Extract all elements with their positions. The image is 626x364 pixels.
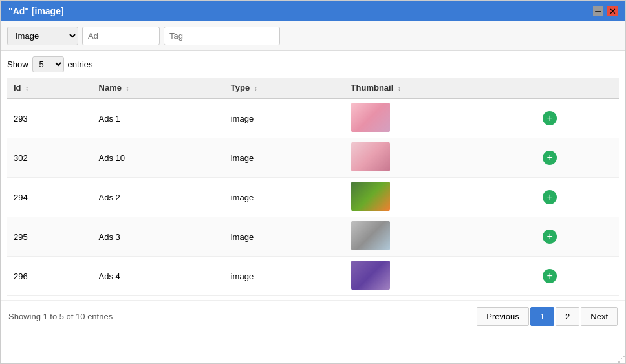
table-row: 302 Ads 10 image + <box>7 138 619 178</box>
table-row: 293 Ads 1 image + <box>7 98 619 138</box>
table-container: Id ↕ Name ↕ Type ↕ Thumbnail ↕ <box>1 78 625 296</box>
showing-text: Showing 1 to 5 of 10 entries <box>8 312 113 321</box>
table-row: 296 Ads 4 image + <box>7 257 619 296</box>
sort-icon-name: ↕ <box>126 85 129 92</box>
add-button[interactable]: + <box>543 190 557 204</box>
page-1-button[interactable]: 1 <box>530 307 554 326</box>
cell-type: image <box>224 257 345 296</box>
cell-thumbnail <box>345 98 536 138</box>
footer-bar: Showing 1 to 5 of 10 entries Previous 1 … <box>1 300 625 332</box>
cell-id: 302 <box>7 138 92 178</box>
cell-id: 294 <box>7 178 92 217</box>
minimize-button[interactable]: ─ <box>593 6 603 16</box>
col-actions <box>536 78 619 98</box>
type-filter[interactable]: Image <box>7 27 78 45</box>
add-button[interactable]: + <box>543 151 557 165</box>
resize-handle[interactable]: ⋰ <box>616 354 625 363</box>
cell-thumbnail <box>345 178 536 217</box>
thumbnail-image <box>351 221 390 250</box>
add-button[interactable]: + <box>543 230 557 244</box>
thumbnail-image <box>351 103 390 132</box>
entries-bar: Show 5 10 25 50 entries <box>1 51 625 78</box>
entries-select[interactable]: 5 10 25 50 <box>32 56 64 72</box>
entries-label: entries <box>68 59 93 69</box>
cell-action: + <box>536 98 619 138</box>
cell-action: + <box>536 257 619 296</box>
cell-thumbnail <box>345 217 536 257</box>
cell-type: image <box>224 178 345 217</box>
cell-id: 296 <box>7 257 92 296</box>
next-button[interactable]: Next <box>581 307 618 326</box>
thumbnail-image <box>351 261 390 290</box>
cell-action: + <box>536 217 619 257</box>
title-bar: "Ad" [image] ─ ✕ <box>1 1 625 21</box>
cell-type: image <box>224 138 345 178</box>
cell-action: + <box>536 178 619 217</box>
page-2-button[interactable]: 2 <box>556 307 579 326</box>
cell-id: 295 <box>7 217 92 257</box>
show-label: Show <box>7 59 28 69</box>
window-controls: ─ ✕ <box>593 6 618 16</box>
cell-type: image <box>224 217 345 257</box>
col-name[interactable]: Name ↕ <box>92 78 224 98</box>
cell-name: Ads 4 <box>92 257 224 296</box>
thumbnail-image <box>351 142 390 171</box>
cell-type: image <box>224 98 345 138</box>
col-thumbnail[interactable]: Thumbnail ↕ <box>345 78 536 98</box>
table-row: 294 Ads 2 image + <box>7 178 619 217</box>
cell-thumbnail <box>345 257 536 296</box>
col-type[interactable]: Type ↕ <box>224 78 345 98</box>
cell-id: 293 <box>7 98 92 138</box>
tag-input[interactable] <box>164 27 280 45</box>
cell-action: + <box>536 138 619 178</box>
ads-table: Id ↕ Name ↕ Type ↕ Thumbnail ↕ <box>7 78 619 296</box>
cell-thumbnail <box>345 138 536 178</box>
previous-button[interactable]: Previous <box>477 307 529 326</box>
add-button[interactable]: + <box>543 111 557 125</box>
main-window: "Ad" [image] ─ ✕ Image Show 5 10 25 50 e… <box>0 0 626 364</box>
thumbnail-image <box>351 182 390 211</box>
pagination: Previous 1 2 Next <box>477 307 618 326</box>
col-id[interactable]: Id ↕ <box>7 78 92 98</box>
table-header-row: Id ↕ Name ↕ Type ↕ Thumbnail ↕ <box>7 78 619 98</box>
window-title: "Ad" [image] <box>8 6 64 16</box>
sort-icon-thumb: ↕ <box>398 85 401 92</box>
cell-name: Ads 10 <box>92 138 224 178</box>
cell-name: Ads 3 <box>92 217 224 257</box>
ad-input[interactable] <box>82 27 160 45</box>
add-button[interactable]: + <box>543 269 557 283</box>
sort-icon-type: ↕ <box>254 85 257 92</box>
filter-bar: Image <box>1 21 625 51</box>
cell-name: Ads 1 <box>92 98 224 138</box>
cell-name: Ads 2 <box>92 178 224 217</box>
close-button[interactable]: ✕ <box>607 6 618 16</box>
sort-icon-id: ↕ <box>25 85 28 92</box>
table-row: 295 Ads 3 image + <box>7 217 619 257</box>
